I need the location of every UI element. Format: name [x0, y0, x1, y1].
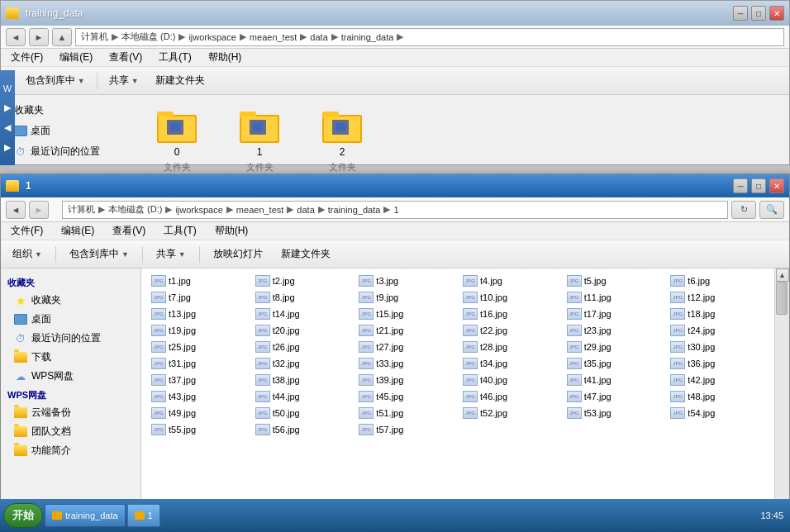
file-item[interactable]: JPG t39.jpg	[355, 373, 456, 387]
file-item[interactable]: JPG t18.jpg	[667, 306, 768, 321]
main-menu-tools[interactable]: 工具(T)	[160, 223, 199, 239]
main-menu-view[interactable]: 查看(V)	[109, 223, 149, 239]
top-forward-button[interactable]: ►	[29, 28, 49, 46]
top-back-button[interactable]: ◄	[6, 28, 26, 46]
folder-1[interactable]: 1 文件夹	[231, 108, 288, 173]
top-minimize-button[interactable]: ─	[733, 6, 748, 21]
newfolder-btn[interactable]: 新建文件夹	[276, 245, 336, 263]
top-menu-help[interactable]: 帮助(H)	[205, 50, 245, 65]
top-sidebar-recent[interactable]: ⏱ 最近访问的位置	[11, 143, 135, 160]
file-item[interactable]: JPG t29.jpg	[564, 340, 664, 354]
file-item[interactable]: JPG t52.jpg	[459, 406, 560, 420]
top-menu-view[interactable]: 查看(V)	[106, 50, 145, 65]
scroll-track[interactable]	[775, 282, 789, 500]
file-item[interactable]: JPG t17.jpg	[564, 306, 664, 321]
file-item[interactable]: JPG t44.jpg	[252, 389, 353, 404]
organize-btn[interactable]: 组织 ▼	[7, 245, 47, 263]
file-item[interactable]: JPG t20.jpg	[252, 323, 353, 338]
file-item[interactable]: JPG t38.jpg	[252, 373, 353, 387]
file-item[interactable]: JPG t42.jpg	[667, 373, 768, 387]
file-item[interactable]: JPG t33.jpg	[355, 356, 456, 371]
file-item[interactable]: JPG t23.jpg	[564, 323, 664, 338]
top-address-path[interactable]: 计算机 ▶ 本地磁盘 (D:) ▶ ijworkspace ▶ meaen_te…	[75, 28, 784, 46]
file-item[interactable]: JPG t7.jpg	[148, 290, 249, 305]
file-item[interactable]: JPG t32.jpg	[252, 356, 353, 371]
file-item[interactable]: JPG t46.jpg	[459, 389, 560, 404]
file-item[interactable]: JPG t26.jpg	[252, 340, 353, 354]
file-item[interactable]: JPG t25.jpg	[148, 340, 249, 354]
file-item[interactable]: JPG t12.jpg	[667, 290, 768, 305]
file-item[interactable]: JPG t36.jpg	[667, 356, 768, 371]
file-item[interactable]: JPG t8.jpg	[252, 290, 353, 305]
file-item[interactable]: JPG t50.jpg	[252, 406, 353, 420]
main-search-btn[interactable]: 🔍	[759, 201, 784, 219]
file-item[interactable]: JPG t31.jpg	[148, 356, 249, 371]
top-up-button[interactable]: ▲	[52, 28, 72, 46]
file-item[interactable]: JPG t27.jpg	[355, 340, 456, 354]
left-nav-btn-3[interactable]: ◀	[2, 122, 13, 134]
sidebar-item-favorites[interactable]: ★ 收藏夹	[1, 291, 140, 310]
file-item[interactable]: JPG t19.jpg	[148, 323, 249, 338]
main-forward-btn[interactable]: ►	[29, 201, 49, 219]
slideshow-btn[interactable]: 放映幻灯片	[208, 245, 268, 263]
file-item[interactable]: JPG t2.jpg	[252, 273, 353, 288]
file-item[interactable]: JPG t34.jpg	[459, 356, 560, 371]
top-share-btn[interactable]: 共享 ▼	[104, 72, 144, 89]
file-item[interactable]: JPG t54.jpg	[667, 406, 768, 420]
left-nav-btn-2[interactable]: ▶	[2, 102, 13, 114]
top-newfolder-btn[interactable]: 新建文件夹	[150, 72, 210, 89]
sidebar-item-downloads[interactable]: 下载	[1, 348, 140, 367]
sidebar-item-recent[interactable]: ⏱ 最近访问的位置	[1, 329, 140, 348]
top-menu-edit[interactable]: 编辑(E)	[56, 50, 96, 65]
scroll-up-btn[interactable]: ▲	[776, 268, 789, 282]
file-item[interactable]: JPG t55.jpg	[148, 422, 249, 437]
file-item[interactable]: JPG t15.jpg	[355, 306, 456, 321]
share-btn[interactable]: 共享 ▼	[151, 245, 191, 263]
file-item[interactable]: JPG t14.jpg	[252, 306, 353, 321]
main-address-path[interactable]: 计算机 ▶ 本地磁盘 (D:) ▶ ijworkspace ▶ meaen_te…	[62, 201, 728, 219]
sidebar-item-desktop[interactable]: 桌面	[1, 310, 140, 329]
main-maximize-btn[interactable]: □	[751, 178, 766, 193]
file-item[interactable]: JPG t37.jpg	[148, 373, 249, 387]
file-item[interactable]: JPG t30.jpg	[667, 340, 768, 354]
files-scroll[interactable]: JPG t1.jpg JPG t2.jpg JPG t3.jpg JPG t4.…	[141, 268, 774, 513]
file-item[interactable]: JPG t41.jpg	[564, 373, 664, 387]
folder-2[interactable]: 2 文件夹	[313, 108, 371, 173]
left-nav-btn-4[interactable]: ▶	[2, 142, 13, 154]
file-item[interactable]: JPG t4.jpg	[459, 273, 560, 288]
file-item[interactable]: JPG t22.jpg	[459, 323, 560, 338]
taskbar-task-2[interactable]: 1	[127, 504, 160, 527]
library-btn[interactable]: 包含到库中 ▼	[64, 245, 134, 263]
file-item[interactable]: JPG t9.jpg	[355, 290, 456, 305]
main-menu-edit[interactable]: 编辑(E)	[58, 223, 98, 239]
main-menu-help[interactable]: 帮助(H)	[212, 223, 252, 239]
file-item[interactable]: JPG t28.jpg	[459, 340, 560, 354]
top-menu-file[interactable]: 文件(F)	[7, 50, 46, 65]
sidebar-item-wps-top[interactable]: ☁ WPS网盘	[1, 367, 140, 386]
main-back-btn[interactable]: ◄	[6, 201, 26, 219]
file-item[interactable]: JPG t35.jpg	[564, 356, 664, 371]
file-item[interactable]: JPG t1.jpg	[148, 273, 249, 288]
file-item[interactable]: JPG t48.jpg	[667, 389, 768, 404]
file-item[interactable]: JPG t10.jpg	[459, 290, 560, 305]
sidebar-item-intro[interactable]: 功能简介	[1, 441, 140, 460]
left-nav-btn-1[interactable]: W	[2, 83, 13, 94]
top-close-button[interactable]: ✕	[769, 6, 784, 21]
file-item[interactable]: JPG t53.jpg	[564, 406, 664, 420]
file-item[interactable]: JPG t5.jpg	[564, 273, 664, 288]
file-item[interactable]: JPG t57.jpg	[355, 422, 456, 437]
file-item[interactable]: JPG t13.jpg	[148, 306, 249, 321]
start-button[interactable]: 开始	[3, 503, 43, 528]
main-refresh-btn[interactable]: ↻	[731, 201, 756, 219]
main-minimize-btn[interactable]: ─	[733, 178, 748, 193]
top-library-btn[interactable]: 包含到库中 ▼	[21, 72, 90, 89]
sidebar-item-team[interactable]: 团队文档	[1, 422, 140, 441]
top-menu-tools[interactable]: 工具(T)	[155, 50, 194, 65]
file-item[interactable]: JPG t51.jpg	[355, 406, 456, 420]
file-item[interactable]: JPG t56.jpg	[252, 422, 353, 437]
main-menu-file[interactable]: 文件(F)	[7, 223, 46, 239]
folder-0[interactable]: 0 文件夹	[148, 108, 206, 173]
file-item[interactable]: JPG t3.jpg	[355, 273, 456, 288]
file-item[interactable]: JPG t24.jpg	[667, 323, 768, 338]
top-maximize-button[interactable]: □	[751, 6, 766, 21]
